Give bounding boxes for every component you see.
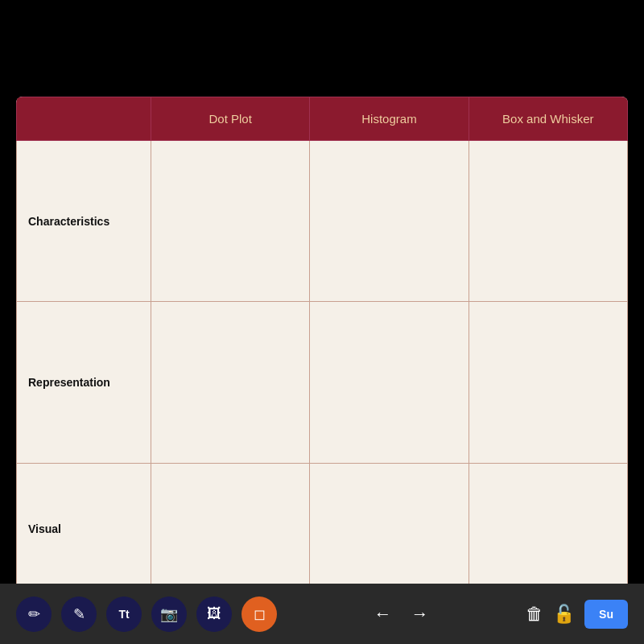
text-tool-button[interactable]: Tt bbox=[106, 597, 142, 632]
cell-visual-dot[interactable] bbox=[151, 463, 309, 595]
cell-characteristics-box[interactable] bbox=[469, 141, 627, 302]
cell-characteristics-dot[interactable] bbox=[151, 141, 309, 302]
header-box-whisker: Box and Whisker bbox=[469, 97, 627, 141]
lock-button[interactable]: 🔓 bbox=[553, 604, 575, 625]
back-button[interactable]: ← bbox=[374, 604, 392, 625]
nav-group: ← → bbox=[374, 604, 429, 625]
edit-tool-button[interactable]: ✎ bbox=[61, 597, 97, 632]
image-tool-button[interactable]: 🖼 bbox=[196, 597, 232, 632]
row-characteristics: Characteristics bbox=[17, 141, 628, 302]
header-empty bbox=[17, 97, 151, 141]
camera-icon: 📷 bbox=[160, 605, 178, 623]
cell-representation-box[interactable] bbox=[469, 302, 627, 463]
header-dot-plot: Dot Plot bbox=[151, 97, 309, 141]
eraser-icon: ◻ bbox=[254, 605, 266, 623]
label-representation: Representation bbox=[17, 302, 151, 463]
main-screen: Dot Plot Histogram Box and Whisker Chara… bbox=[16, 97, 628, 596]
cell-representation-hist[interactable] bbox=[310, 302, 469, 463]
label-visual: Visual bbox=[17, 463, 151, 595]
table-container: Dot Plot Histogram Box and Whisker Chara… bbox=[16, 97, 628, 596]
row-visual: Visual bbox=[17, 463, 628, 595]
toolbar: ✏ ✎ Tt 📷 🖼 ◻ ← → 🗑 🔓 Su bbox=[0, 584, 644, 644]
pen-icon: ✏ bbox=[28, 605, 40, 623]
forward-button[interactable]: → bbox=[411, 604, 429, 625]
tool-group: ✏ ✎ Tt 📷 🖼 ◻ bbox=[16, 597, 277, 632]
label-characteristics: Characteristics bbox=[17, 141, 151, 302]
trash-button[interactable]: 🗑 bbox=[526, 604, 543, 625]
image-icon: 🖼 bbox=[207, 605, 221, 622]
submit-button[interactable]: Su bbox=[584, 600, 628, 629]
text-icon: Tt bbox=[118, 608, 129, 621]
cell-characteristics-hist[interactable] bbox=[310, 141, 469, 302]
edit-icon: ✎ bbox=[73, 605, 85, 623]
row-representation: Representation bbox=[17, 302, 628, 463]
eraser-tool-button[interactable]: ◻ bbox=[242, 597, 277, 632]
header-histogram: Histogram bbox=[310, 97, 469, 141]
cell-representation-dot[interactable] bbox=[151, 302, 309, 463]
comparison-table: Dot Plot Histogram Box and Whisker Chara… bbox=[16, 97, 628, 596]
pen-tool-button[interactable]: ✏ bbox=[16, 597, 52, 632]
cell-visual-box[interactable] bbox=[469, 463, 627, 595]
action-group: 🗑 🔓 Su bbox=[526, 600, 628, 629]
camera-tool-button[interactable]: 📷 bbox=[151, 597, 187, 632]
cell-visual-hist[interactable] bbox=[310, 463, 469, 595]
